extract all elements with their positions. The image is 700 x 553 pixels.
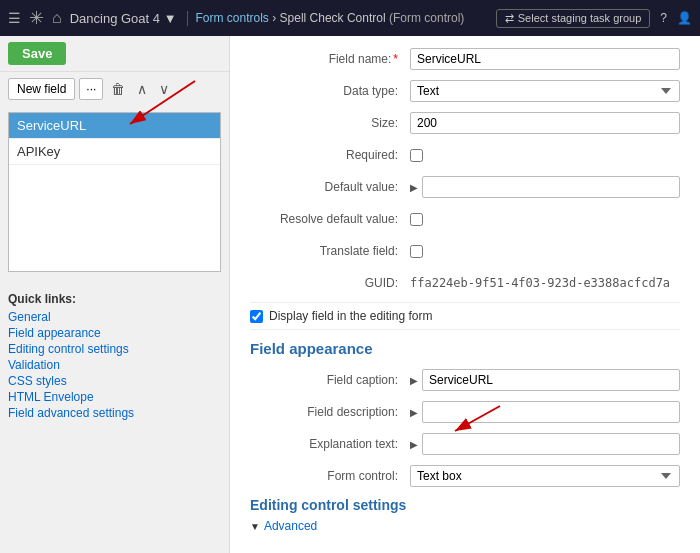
- size-input[interactable]: [410, 112, 680, 134]
- display-field-row: Display field in the editing form: [250, 302, 680, 330]
- explanation-text-expand[interactable]: ▶: [410, 439, 418, 450]
- fields-list: ServiceURL APIKey: [8, 112, 221, 272]
- default-value-label: Default value:: [250, 180, 410, 194]
- data-type-select[interactable]: Text Integer Boolean DateTime File: [410, 80, 680, 102]
- size-row: Size:: [250, 110, 680, 136]
- logo-icon: ✳: [29, 7, 44, 29]
- display-field-checkbox[interactable]: [250, 310, 263, 323]
- resolve-default-label: Resolve default value:: [250, 212, 410, 226]
- guid-value: ffa224eb-9f51-4f03-923d-e3388acfcd7a: [410, 276, 670, 290]
- site-name: Dancing Goat 4 ▼: [70, 11, 188, 26]
- default-value-input[interactable]: [422, 176, 680, 198]
- field-caption-input[interactable]: [422, 369, 680, 391]
- breadcrumb: Form controls › Spell Check Control (For…: [196, 11, 488, 25]
- field-description-expand[interactable]: ▶: [410, 407, 418, 418]
- field-description-row: Field description: ▶: [250, 399, 680, 425]
- field-item-apikey[interactable]: APIKey: [9, 139, 220, 165]
- collapse-icon: ▼: [250, 521, 260, 532]
- sidebar: Save New field ··· 🗑 ∧ ∨ ServiceURL APIK…: [0, 36, 230, 553]
- menu-icon[interactable]: ☰: [8, 10, 21, 26]
- resolve-default-row: Resolve default value:: [250, 206, 680, 232]
- translate-field-checkbox[interactable]: [410, 245, 423, 258]
- quick-links: Quick links: General Field appearance Ed…: [0, 284, 229, 430]
- field-description-input[interactable]: [422, 401, 680, 423]
- quick-link-html-envelope[interactable]: HTML Envelope: [8, 390, 221, 404]
- quick-link-css-styles[interactable]: CSS styles: [8, 374, 221, 388]
- delete-button[interactable]: 🗑: [107, 79, 129, 99]
- form-control-select[interactable]: Text box Text area Dropdown: [410, 465, 680, 487]
- quick-link-field-appearance[interactable]: Field appearance: [8, 326, 221, 340]
- move-down-button[interactable]: ∨: [155, 79, 173, 99]
- new-field-button[interactable]: New field: [8, 78, 75, 100]
- form-control-label: Form control:: [250, 469, 410, 483]
- topbar-right: ⇄ Select staging task group ? 👤: [496, 9, 692, 28]
- explanation-text-label: Explanation text:: [250, 437, 410, 451]
- field-item-serviceurl[interactable]: ServiceURL: [9, 113, 220, 139]
- default-value-expand[interactable]: ▶: [410, 182, 418, 193]
- advanced-section: ▼ Advanced: [250, 519, 680, 533]
- field-name-label: Field name:: [250, 52, 410, 66]
- staging-button[interactable]: ⇄ Select staging task group: [496, 9, 651, 28]
- field-caption-label: Field caption:: [250, 373, 410, 387]
- quick-link-validation[interactable]: Validation: [8, 358, 221, 372]
- save-button[interactable]: Save: [8, 42, 66, 65]
- main-layout: Save New field ··· 🗑 ∧ ∨ ServiceURL APIK…: [0, 36, 700, 553]
- default-value-row: Default value: ▶: [250, 174, 680, 200]
- main-content: Field name: Data type: Text Integer Bool…: [230, 36, 700, 553]
- quick-link-field-advanced[interactable]: Field advanced settings: [8, 406, 221, 420]
- required-label: Required:: [250, 148, 410, 162]
- save-area: Save: [0, 36, 229, 72]
- data-type-row: Data type: Text Integer Boolean DateTime…: [250, 78, 680, 104]
- user-icon[interactable]: 👤: [677, 11, 692, 25]
- required-checkbox[interactable]: [410, 149, 423, 162]
- translate-field-row: Translate field:: [250, 238, 680, 264]
- staging-icon: ⇄: [505, 12, 514, 25]
- sidebar-toolbar: New field ··· 🗑 ∧ ∨: [0, 72, 229, 104]
- size-label: Size:: [250, 116, 410, 130]
- field-caption-row: Field caption: ▶: [250, 367, 680, 393]
- editing-control-title: Editing control settings: [250, 497, 680, 513]
- data-type-label: Data type:: [250, 84, 410, 98]
- explanation-text-input[interactable]: [422, 433, 680, 455]
- quick-links-title: Quick links:: [8, 292, 221, 306]
- move-up-button[interactable]: ∧: [133, 79, 151, 99]
- explanation-text-row: Explanation text: ▶: [250, 431, 680, 457]
- display-field-label: Display field in the editing form: [269, 309, 432, 323]
- required-row: Required:: [250, 142, 680, 168]
- resolve-default-checkbox[interactable]: [410, 213, 423, 226]
- advanced-link[interactable]: Advanced: [264, 519, 317, 533]
- guid-label: GUID:: [250, 276, 410, 290]
- breadcrumb-link-form-controls[interactable]: Form controls: [196, 11, 269, 25]
- translate-field-label: Translate field:: [250, 244, 410, 258]
- field-description-label: Field description:: [250, 405, 410, 419]
- breadcrumb-current: Spell Check Control (Form control): [280, 11, 465, 25]
- field-name-row: Field name:: [250, 46, 680, 72]
- quick-link-general[interactable]: General: [8, 310, 221, 324]
- help-icon[interactable]: ?: [660, 11, 667, 25]
- quick-link-editing-control[interactable]: Editing control settings: [8, 342, 221, 356]
- topbar: ☰ ✳ ⌂ Dancing Goat 4 ▼ Form controls › S…: [0, 0, 700, 36]
- field-name-input[interactable]: [410, 48, 680, 70]
- guid-row: GUID: ffa224eb-9f51-4f03-923d-e3388acfcd…: [250, 270, 680, 296]
- more-options-button[interactable]: ···: [79, 78, 103, 100]
- field-caption-expand[interactable]: ▶: [410, 375, 418, 386]
- home-icon[interactable]: ⌂: [52, 9, 62, 27]
- form-control-row: Form control: Text box Text area Dropdow…: [250, 463, 680, 489]
- field-appearance-title: Field appearance: [250, 340, 680, 357]
